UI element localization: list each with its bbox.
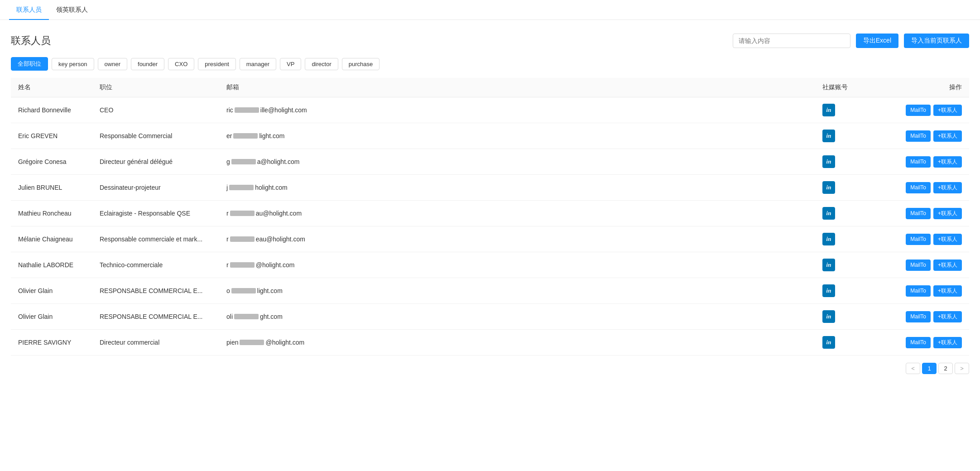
cell-position: Eclairagiste - Responsable QSE <box>92 201 219 226</box>
col-header-position: 职位 <box>92 78 219 97</box>
cell-social: in <box>815 252 888 278</box>
add-contact-button[interactable]: +联系人 <box>933 234 962 245</box>
cell-name: Mathieu Roncheau <box>11 201 92 226</box>
table-row: PIERRE SAVIGNYDirecteur commercial pien … <box>11 330 969 356</box>
add-contact-button[interactable]: +联系人 <box>933 311 962 322</box>
tab-linkedin[interactable]: 领英联系人 <box>49 0 95 20</box>
add-contact-button[interactable]: +联系人 <box>933 156 962 168</box>
cell-social: in <box>815 97 888 123</box>
mailto-button[interactable]: MailTo <box>906 105 931 116</box>
filter-btn-purchase[interactable]: purchase <box>342 58 380 70</box>
add-contact-button[interactable]: +联系人 <box>933 337 962 348</box>
cell-name: Mélanie Chaigneau <box>11 226 92 252</box>
filter-bar: 全部职位key personownerfounderCXOpresidentma… <box>11 57 969 71</box>
cell-action: MailTo +联系人 <box>888 97 969 123</box>
email-blur-block <box>230 262 255 268</box>
linkedin-icon[interactable]: in <box>822 104 835 116</box>
filter-btn-president[interactable]: president <box>198 58 235 70</box>
mailto-button[interactable]: MailTo <box>906 182 931 193</box>
mailto-button[interactable]: MailTo <box>906 337 931 348</box>
cell-action: MailTo +联系人 <box>888 123 969 149</box>
cell-action: MailTo +联系人 <box>888 252 969 278</box>
cell-name: Julien BRUNEL <box>11 175 92 201</box>
mailto-button[interactable]: MailTo <box>906 156 931 168</box>
cell-name: Eric GREVEN <box>11 123 92 149</box>
filter-btn-founder[interactable]: founder <box>131 58 164 70</box>
mailto-button[interactable]: MailTo <box>906 311 931 322</box>
filter-btn-vp[interactable]: VP <box>280 58 301 70</box>
add-contact-button[interactable]: +联系人 <box>933 285 962 297</box>
mailto-button[interactable]: MailTo <box>906 130 931 142</box>
mailto-button[interactable]: MailTo <box>906 234 931 245</box>
linkedin-icon[interactable]: in <box>822 207 835 220</box>
email-blur-block <box>233 133 258 139</box>
linkedin-icon[interactable]: in <box>822 259 835 271</box>
add-contact-button[interactable]: +联系人 <box>933 260 962 271</box>
email-suffix: ght.com <box>260 313 283 320</box>
table-row: Nathalie LABORDETechnico-commerciale r @… <box>11 252 969 278</box>
linkedin-icon[interactable]: in <box>822 233 835 245</box>
email-suffix: @holight.com <box>265 339 304 346</box>
email-prefix: j <box>226 184 228 191</box>
table-row: Julien BRUNELDessinateur-projeteur j hol… <box>11 175 969 201</box>
email-blur-block <box>231 159 256 164</box>
col-header-name: 姓名 <box>11 78 92 97</box>
page-1-button[interactable]: 1 <box>922 363 937 374</box>
linkedin-icon[interactable]: in <box>822 336 835 349</box>
email-suffix: a@holight.com <box>257 158 300 165</box>
cell-social: in <box>815 149 888 175</box>
cell-name: Olivier Glain <box>11 278 92 304</box>
add-contact-button[interactable]: +联系人 <box>933 208 962 219</box>
col-header-email: 邮箱 <box>219 78 815 97</box>
filter-btn-manager[interactable]: manager <box>240 58 276 70</box>
mailto-button[interactable]: MailTo <box>906 285 931 297</box>
cell-position: Directeur général délégué <box>92 149 219 175</box>
cell-position: CEO <box>92 97 219 123</box>
pagination: < 1 2 > <box>11 356 969 381</box>
email-blur-block <box>230 236 255 242</box>
cell-social: in <box>815 304 888 330</box>
cell-social: in <box>815 175 888 201</box>
linkedin-icon[interactable]: in <box>822 181 835 194</box>
email-blur-block <box>235 107 259 113</box>
linkedin-icon[interactable]: in <box>822 155 835 168</box>
email-suffix: @holight.com <box>256 261 295 269</box>
header-actions: 导出Excel 导入当前页联系人 <box>733 34 969 48</box>
tab-contacts[interactable]: 联系人员 <box>9 0 49 20</box>
mailto-button[interactable]: MailTo <box>906 208 931 219</box>
linkedin-icon[interactable]: in <box>822 284 835 297</box>
col-header-action: 操作 <box>888 78 969 97</box>
top-nav: 联系人员 领英联系人 <box>0 0 980 20</box>
cell-email: r @holight.com <box>219 252 815 278</box>
add-contact-button[interactable]: +联系人 <box>933 182 962 193</box>
mailto-button[interactable]: MailTo <box>906 260 931 271</box>
email-suffix: light.com <box>259 132 284 139</box>
next-page-button[interactable]: > <box>955 363 969 374</box>
cell-email: j holight.com <box>219 175 815 201</box>
filter-btn-key_person[interactable]: key person <box>52 58 94 70</box>
email-suffix: light.com <box>257 287 283 294</box>
linkedin-icon[interactable]: in <box>822 130 835 142</box>
filter-btn-owner[interactable]: owner <box>98 58 127 70</box>
export-excel-button[interactable]: 导出Excel <box>856 34 898 48</box>
cell-email: o light.com <box>219 278 815 304</box>
cell-name: Olivier Glain <box>11 304 92 330</box>
import-contacts-button[interactable]: 导入当前页联系人 <box>904 34 969 48</box>
cell-social: in <box>815 201 888 226</box>
search-input[interactable] <box>733 34 850 48</box>
add-contact-button[interactable]: +联系人 <box>933 105 962 116</box>
cell-position: RESPONSABLE COMMERCIAL E... <box>92 304 219 330</box>
prev-page-button[interactable]: < <box>906 363 920 374</box>
cell-action: MailTo +联系人 <box>888 175 969 201</box>
add-contact-button[interactable]: +联系人 <box>933 130 962 142</box>
filter-btn-all[interactable]: 全部职位 <box>11 57 48 71</box>
table-row: Eric GREVENResponsable Commercial er lig… <box>11 123 969 149</box>
cell-email: g a@holight.com <box>219 149 815 175</box>
linkedin-icon[interactable]: in <box>822 310 835 323</box>
filter-btn-director[interactable]: director <box>305 58 338 70</box>
page-2-button[interactable]: 2 <box>938 363 953 374</box>
email-blur-block <box>231 288 256 293</box>
filter-btn-cxo[interactable]: CXO <box>168 58 194 70</box>
email-suffix: eau@holight.com <box>256 236 305 243</box>
contacts-table: 姓名 职位 邮箱 社媒账号 操作 Richard BonnevilleCEO r… <box>11 78 969 356</box>
